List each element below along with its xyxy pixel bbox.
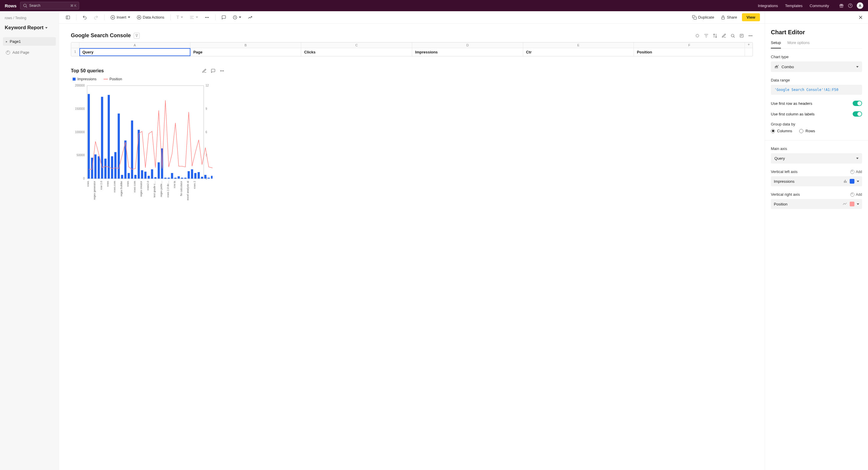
top-nav: Integrations Templates Community A [758,2,863,9]
sort-icon[interactable] [713,33,717,38]
col-header[interactable]: F [634,42,745,48]
comment-icon[interactable] [211,68,216,73]
svg-rect-48 [141,170,143,179]
svg-rect-35 [98,156,100,179]
logo[interactable]: Rows [5,3,17,8]
insert-button[interactable]: Insert [108,14,132,21]
sheet[interactable]: A B C D E F + 1 Query Page Clicks [71,42,753,56]
history-button[interactable] [231,14,243,21]
data-range-input[interactable] [771,85,862,95]
plus-circle-icon [111,15,115,20]
edit-icon[interactable] [721,33,726,38]
group-rows-radio[interactable]: Rows [799,129,815,133]
svg-rect-64 [194,173,196,179]
chevron-down-icon[interactable] [857,181,859,182]
share-button[interactable]: Share [719,14,739,21]
comment-button[interactable] [220,14,228,21]
note-icon[interactable] [739,33,744,38]
edit-icon[interactable] [202,68,207,73]
color-chip[interactable] [850,201,855,207]
search-icon[interactable] [731,33,735,38]
add-page-button[interactable]: Add Page [3,48,56,57]
cell-d1[interactable]: Impressions [412,48,523,56]
chart-editor-panel: Chart Editor Setup More options Chart ty… [765,11,868,470]
gift-icon[interactable] [839,3,844,8]
sparkle-icon[interactable] [695,33,700,38]
sheet-corner[interactable] [71,42,80,48]
col-header[interactable]: C [301,42,412,48]
legend-impressions: Impressions [73,77,97,81]
chart-type-select[interactable]: Combo [771,61,862,72]
search-input[interactable]: Search ⌘ K [20,2,79,9]
tab-more-options[interactable]: More options [787,40,810,49]
chart-plot[interactable]: 050000100000150000200000036912rowsregex … [71,84,224,202]
view-button[interactable]: View [742,13,760,21]
col-header[interactable]: E [523,42,634,48]
vleft-add-button[interactable]: Add [850,170,862,174]
dots-icon[interactable] [220,68,224,73]
color-chip[interactable] [850,179,855,184]
add-column-button[interactable]: + [745,42,752,48]
svg-rect-65 [197,172,199,179]
doc-title[interactable]: Keyword Report [5,25,43,31]
cell-c1[interactable]: Clicks [301,48,412,56]
avatar[interactable]: A [857,2,863,9]
svg-rect-66 [201,177,203,179]
text-format-button[interactable]: T [175,13,185,21]
page-label: Page1 [10,39,21,44]
breadcrumb-current[interactable]: Testing [15,16,26,20]
svg-point-3 [848,4,852,7]
col-header[interactable]: A [80,42,190,48]
col-header[interactable]: D [412,42,523,48]
sidebar-page-item[interactable]: ▸ Page1 [3,37,56,46]
svg-text:rows 2: rows 2 [193,181,196,189]
panel-toggle-button[interactable] [64,14,72,21]
undo-icon [82,15,87,20]
duplicate-button[interactable]: Duplicate [690,14,716,21]
undo-button[interactable] [81,14,89,21]
redo-button[interactable] [92,14,100,21]
data-actions-button[interactable]: Data Actions [135,14,166,21]
first-row-headers-label: Use first row as headers [771,101,812,106]
bar-icon[interactable] [843,179,847,183]
help-icon[interactable] [848,3,852,8]
cell-e1[interactable]: Ctr [523,48,634,56]
vright-field[interactable]: Position [771,199,862,209]
trend-icon [248,15,252,20]
breadcrumb[interactable]: rows / Testing [3,15,56,21]
main-axis-select[interactable]: Query [771,153,862,163]
tab-setup[interactable]: Setup [771,40,781,49]
filter-icon[interactable] [704,33,709,38]
chart-title[interactable]: Top 50 queries [71,68,104,73]
nav-integrations[interactable]: Integrations [758,4,778,8]
dots-icon [205,15,209,20]
col-header[interactable]: B [190,42,302,48]
doc-menu-icon[interactable] [45,27,48,29]
breadcrumb-root[interactable]: rows [5,16,12,20]
cell-f1[interactable]: Position [634,48,745,56]
more-format-button[interactable] [203,14,211,21]
vright-add-button[interactable]: Add [850,192,862,197]
align-button[interactable] [188,14,200,21]
row-number[interactable]: 1 [71,48,80,56]
chevron-down-icon[interactable] [857,203,859,205]
svg-point-6 [137,15,141,19]
first-col-labels-toggle[interactable] [852,111,862,117]
svg-point-8 [207,17,207,18]
close-icon[interactable] [858,15,863,20]
cell-b1[interactable]: Page [190,48,302,56]
filter-icon [135,34,138,37]
legend-position: Position [104,77,122,81]
group-columns-radio[interactable]: Columns [771,129,792,133]
dots-icon[interactable] [748,33,753,38]
cell-a1[interactable]: Query [80,48,190,56]
nav-community[interactable]: Community [810,4,829,8]
search-icon [23,3,27,8]
trend-button[interactable] [246,14,254,21]
table-title[interactable]: Google Search Console [71,32,131,39]
vleft-field[interactable]: Impressions [771,176,862,186]
first-row-headers-toggle[interactable] [852,101,862,106]
line-icon[interactable] [843,202,847,206]
nav-templates[interactable]: Templates [785,4,802,8]
source-badge[interactable] [134,33,140,39]
